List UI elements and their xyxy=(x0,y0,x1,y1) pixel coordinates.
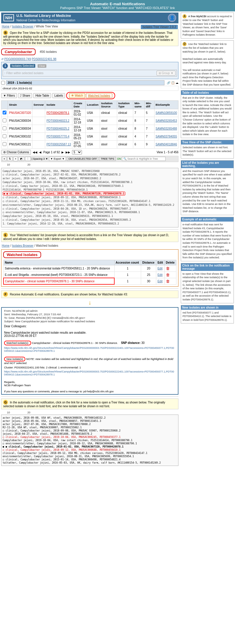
sidebar-table-text: that are in the SNP cluster. Initially, … xyxy=(183,96,232,137)
sidebar-g-text: red font (PDT000459377.1 and PDT00045941… xyxy=(183,311,232,322)
watched-breadcrumb-home[interactable]: Home xyxy=(2,244,10,247)
section-b-text: Open the Tree View for a SNP cluster by … xyxy=(3,31,173,45)
email-link2[interactable]: https://www.ncbi.nlm.nih.gov/Structure/t… xyxy=(4,370,176,376)
accession-link-1[interactable]: PDG000000003.749 xyxy=(4,58,31,61)
cell-isolate-1[interactable]: PDT000046023.2 xyxy=(45,117,72,125)
table-row: PNUSAC000034 PDT000046023.2 2014-12-18 U… xyxy=(1,117,178,125)
share-button[interactable]: ⤴ Share xyxy=(18,93,32,98)
cell-location-0: USA xyxy=(86,109,100,117)
nih-header-bar: NIH U.S. National Library of Medicine Na… xyxy=(1,13,178,23)
om-toggle[interactable]: OM UNSELECTED OFF xyxy=(67,157,98,161)
watched-cell-distance-2: 30 xyxy=(141,278,156,284)
bottom-tree-line: ○ clinical, Campylobacter jejuni, 2018-0… xyxy=(3,448,177,451)
row-checkbox-2[interactable] xyxy=(1,125,8,133)
bottom-tree-line: ○ environmental/other, Campylobacter jej… xyxy=(3,442,177,445)
toolbar-icon-1[interactable]: ≡ xyxy=(2,157,6,161)
choose-columns-button[interactable]: ⚙ Choose Columns xyxy=(1,150,31,155)
table-header-row: Strain Serovar Isolate Create Date Locat… xyxy=(1,100,178,109)
new-isolates-circled: New isolate(s) xyxy=(4,357,25,361)
clear-button[interactable]: Clear xyxy=(38,64,46,68)
watched-breadcrumb-isolates[interactable]: Isolates Browser xyxy=(12,244,34,247)
year-row: 2019 - 1 Isolate(s) 🔗 📋 ☁ xyxy=(1,80,178,85)
cell-biosample-4[interactable]: SAMN04018846 xyxy=(154,140,178,148)
cell-date-0: 2019-01-02 xyxy=(72,109,86,117)
sidebar-box-tree: Tree View of the SNP cluster. Selected i… xyxy=(181,140,234,159)
row-checkbox-1[interactable] xyxy=(1,117,8,125)
group-button[interactable]: ⊞ Group ▼ xyxy=(157,71,176,76)
breadcrumb-home[interactable]: Home xyxy=(2,25,10,28)
toolbar-icon-2[interactable]: ⇅ xyxy=(7,157,13,161)
toolbar-icon-5[interactable]: ⋮ xyxy=(25,157,31,161)
watched-cell-edit-0[interactable]: Edit xyxy=(156,265,165,271)
email-link1[interactable]: https://www.ncbi.nlm.nih.gov/Structure/t… xyxy=(4,347,176,352)
watched-table-header: Name Accession count Distance Edit Delet… xyxy=(3,260,176,265)
wth-distance: Distance xyxy=(141,260,156,265)
spacing-control[interactable]: | Spacing 3 ▼ xyxy=(31,157,48,160)
watched-cell-edit-2[interactable]: Edit xyxy=(156,278,165,284)
cell-min-same-4: 6 xyxy=(133,140,145,148)
breadcrumb-isolates[interactable]: Isolates Browser xyxy=(12,25,34,28)
email-body2: 2019-02-27T06:49:39 ET xyxy=(4,334,176,337)
th-isolation-source: Isolation Source xyxy=(100,100,117,109)
filter-input-box[interactable]: ↑ Filter within selected isolates ⊞ Grou… xyxy=(3,70,177,76)
tree-line: ● ● clinical, Campylobacter jejuni, 2019… xyxy=(3,192,177,196)
tree-content-main: Campylobacter jejuni, 2016-05-16, USA, P… xyxy=(3,170,177,226)
row-checkbox-3[interactable] xyxy=(1,133,8,140)
cell-biosample-3[interactable]: SAMN03784055 xyxy=(154,133,178,140)
accession-link-2[interactable]: PDS000222401.98 xyxy=(32,58,57,61)
tree-viewer-bottom[interactable]: acter jejuni, 2016-09-08, USA WY, stool,… xyxy=(1,415,178,466)
pagination-next[interactable]: ▶ xyxy=(62,151,64,154)
tree-tips-toggle[interactable]: TREE TIPS xyxy=(99,157,115,161)
cell-date-4: 2017-07-05 xyxy=(72,140,86,148)
hide-table-button[interactable]: Hide Table xyxy=(33,93,51,98)
bottom-tree-line: acter jejuni, 2017-07-30, USA, PNUSAC017… xyxy=(3,423,177,426)
cell-min-diff-3: 7 xyxy=(145,133,154,140)
cell-isolate-0[interactable]: PDT000428978.1 xyxy=(45,109,72,117)
row-checkbox-0[interactable] xyxy=(1,109,8,117)
toolbar-icon-3[interactable]: ⌖ xyxy=(13,157,18,161)
pagination-last[interactable]: ▶▶ xyxy=(66,151,70,154)
breadcrumb: Home / Isolates Browser / Whole Tree Vie… xyxy=(1,24,178,29)
sidebar-box-a: A A free MyNCBI account is required in o… xyxy=(181,13,234,39)
watch-button[interactable]: 👁 Watch xyxy=(69,93,85,98)
pagination-prev[interactable]: ◀◀ xyxy=(33,151,37,154)
watched-cell-edit-1[interactable]: Edit xyxy=(156,271,165,278)
cell-iso-type-3: clinical xyxy=(117,133,133,140)
accession-line: ↺ PDG000000003.749 PDS000222401.98 xyxy=(1,58,178,61)
watched-cell-delete-1[interactable]: 🗑 xyxy=(164,271,176,278)
tree-line: ○ clinical, Campy bacter jejuni, 2018-05… xyxy=(3,185,177,188)
toolbar-icon-4[interactable]: ◩ xyxy=(19,157,24,161)
filters-button[interactable]: ▼ Filters xyxy=(1,93,17,98)
section-g-text: In the automatic e-mail notification, cl… xyxy=(3,401,165,408)
cell-serovar-4 xyxy=(32,140,45,148)
year-checkbox[interactable] xyxy=(1,81,5,85)
cell-min-diff-0: 5 xyxy=(145,109,154,117)
cell-isolate-2[interactable]: PDT000046025.2 xyxy=(45,125,72,133)
export-button[interactable]: ▼ Export ▼ xyxy=(49,157,66,161)
row-checkbox-4[interactable] xyxy=(1,140,8,148)
watched-cell-delete-0[interactable]: 🗑 xyxy=(164,265,176,271)
tree-search-input[interactable] xyxy=(122,157,166,161)
cell-biosample-1[interactable]: SAMN03265453 xyxy=(154,117,178,125)
wth-count: Accession count xyxy=(114,260,141,265)
tree-viewer-main[interactable]: Campylobacter jejuni, 2016-05-16, USA, P… xyxy=(1,168,178,227)
pagination-back[interactable]: ◀ xyxy=(39,151,41,154)
cell-biosample-0[interactable]: SAMN10859100 xyxy=(154,109,178,117)
bottom-tree-line: ○ clinical, Campylobacter jejuni, 2018-0… xyxy=(3,429,177,432)
sidebar-link-title: Click on the link in the notification me… xyxy=(181,263,234,271)
per-page-select[interactable]: 51025 xyxy=(72,150,82,154)
th-create-date: Create Date xyxy=(72,100,86,109)
cell-isolate-3[interactable]: PDT000057770.4 xyxy=(45,133,72,140)
user-avatar-icon[interactable]: 👤 xyxy=(168,14,176,22)
watched-cell-delete-2[interactable]: 🗑 xyxy=(164,278,176,284)
cell-isolate-4[interactable]: PDT000025587.13 xyxy=(45,140,72,148)
tree-scale-bottom: 10 20 xyxy=(1,410,178,415)
cell-biosample-2[interactable]: SAMN03265488 xyxy=(154,125,178,133)
watched-isolates-link[interactable]: Watched Isolates xyxy=(86,93,112,98)
labels-button[interactable]: Labels xyxy=(52,93,65,98)
cell-date-1: 2014-12-18 xyxy=(72,117,86,125)
main-subtitle: Pathogens SNP Tree Viewer "WATCH" functi… xyxy=(2,6,233,10)
tree-line: 1. Campylobacter jejuni, 2014-12-18, USA… xyxy=(3,222,177,226)
watched-breadcrumb: Home / Isolates Browser / Watched Isolat… xyxy=(1,243,178,248)
watched-cell-count-1: 1 xyxy=(114,271,141,278)
